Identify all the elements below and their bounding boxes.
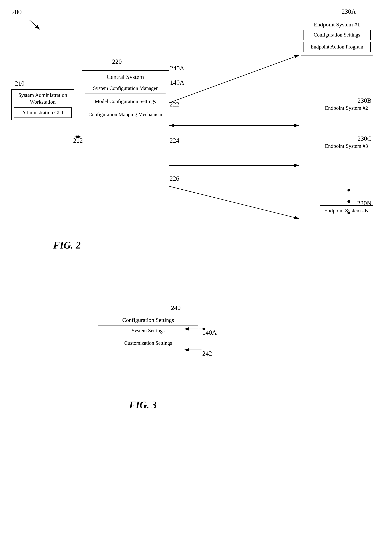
admin-gui: Administration GUI [14,107,72,118]
endpointN-box: Endpoint System #N [320,205,373,216]
config-mapping-mechanism: Configuration Mapping Mechanism [85,109,166,120]
endpoint2-title: Endpoint System #2 [322,105,371,111]
endpoint3-box: Endpoint System #3 [320,141,373,151]
model-config-settings: Model Configuration Settings [85,96,166,107]
system-settings: System Settings [98,325,198,336]
endpoint1-config-settings: Configuration Settings [303,30,371,40]
central-system-title: Central System [85,73,166,80]
label-230A: 230A [342,8,356,15]
label-226: 226 [170,175,179,182]
endpoint3-title: Endpoint System #3 [322,143,371,149]
svg-line-5 [169,55,299,103]
endpoint1-box: Endpoint System #1 Configuration Setting… [301,19,373,56]
diagram-container: 200 230A Endpoint System #1 Configuratio… [0,0,392,540]
system-config-manager: System Configuration Manager [85,83,166,94]
label-200: 200 [11,8,22,16]
label-140A-top: 140A [170,79,184,86]
endpoint2-box: Endpoint System #2 [320,103,373,113]
fig2-label: FIG. 2 [53,240,81,251]
config-settings-box: Configuration Settings System Settings C… [95,314,201,353]
label-224: 224 [170,137,179,144]
label-240: 240 [171,304,181,311]
label-242: 242 [202,350,212,357]
label-222: 222 [170,101,179,108]
svg-line-3 [29,20,40,30]
label-210: 210 [15,80,24,87]
endpoint1-action-program: Endpoint Action Program [303,42,371,52]
config-settings-title: Configuration Settings [98,317,198,323]
svg-line-8 [169,186,299,219]
endpoint1-title: Endpoint System #1 [303,21,371,28]
fig3-label: FIG. 3 [129,399,157,410]
central-system-box: Central System System Configuration Mana… [82,70,169,125]
customization-settings: Customization Settings [98,338,198,348]
admin-workstation-title: System Administration Workstation [14,92,72,105]
label-212: 212 [73,137,83,144]
label-140A-bottom: 140A [202,329,217,336]
label-220: 220 [112,58,122,65]
endpointN-title: Endpoint System #N [322,208,371,214]
label-240A: 240A [170,65,184,72]
admin-workstation-box: System Administration Workstation Admini… [11,89,74,120]
